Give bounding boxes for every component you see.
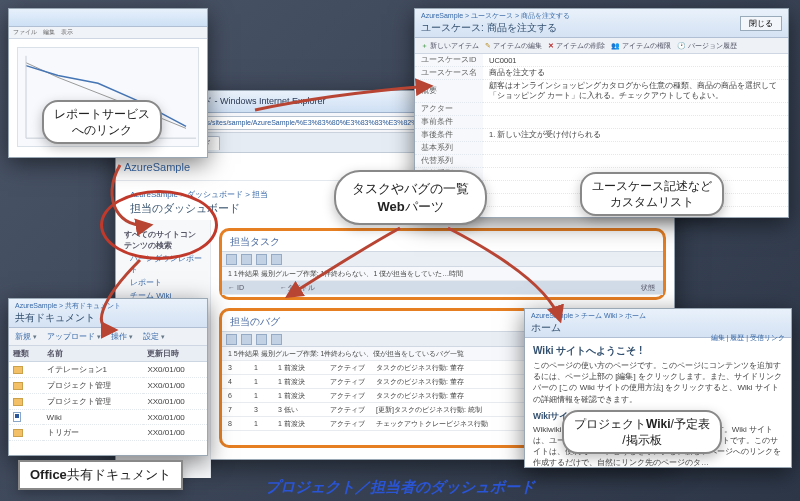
usecase-header: AzureSample > ユースケース > 商品を注文する ユースケース: 商… xyxy=(415,9,788,38)
wiki-callout: プロジェクトWiki/予定表 /掲示板 xyxy=(562,410,722,454)
usecase-breadcrumb[interactable]: AzureSample > ユースケース > 商品を注文する xyxy=(421,11,570,21)
tasks-webpart: 担当タスク 1 1件結果 撮別グループ作業: 1件終わらない、1 僕が担当をして… xyxy=(219,228,666,300)
new-menu[interactable]: 新規 xyxy=(15,331,37,342)
usecase-field-row: ユースケース名商品を注文する xyxy=(415,67,788,80)
usecase-title: ユースケース: 商品を注文する xyxy=(421,22,557,33)
doclib-row[interactable]: イテレーション1XX0/01/00 xyxy=(9,362,207,378)
nav-burndown[interactable]: バーンダウンレポート xyxy=(116,252,210,276)
usecase-callout: ユースケース記述などカスタムリスト xyxy=(580,172,724,216)
folder-icon xyxy=(13,398,23,406)
menu-view[interactable]: 表示 xyxy=(61,28,73,37)
tasks-header-row: ← ID ←タイトル 状態 xyxy=(222,281,663,295)
doclib-title: 共有ドキュメント xyxy=(15,312,95,323)
bug-filter-icon[interactable] xyxy=(256,334,267,345)
folder-icon xyxy=(13,429,23,437)
wiki-pagetitle: ホーム xyxy=(531,322,561,333)
usecase-field-row: 事後条件1. 新しい注文が受け付けられる xyxy=(415,129,788,142)
menu-edit[interactable]: 編集 xyxy=(43,28,55,37)
doclib-row[interactable]: WikiXX0/01/00 xyxy=(9,410,207,425)
tasks-title: 担当タスク xyxy=(222,231,663,251)
toolbar-filter-icon[interactable] xyxy=(256,254,267,265)
toolbar-refresh-icon[interactable] xyxy=(226,254,237,265)
menu-file[interactable]: ファイル xyxy=(13,28,37,37)
usecase-field-row: 事前条件 xyxy=(415,116,788,129)
doclib-row[interactable]: プロジェクト管理XX0/01/00 xyxy=(9,378,207,394)
doclib-toolbar: 新規 アップロード 操作 設定 xyxy=(9,328,207,346)
settings-menu[interactable]: 設定 xyxy=(143,331,165,342)
usecase-field-row: ユースケースIDUC0001 xyxy=(415,54,788,67)
edit-item-button[interactable]: ✎アイテムの編集 xyxy=(485,41,542,51)
folder-icon xyxy=(13,382,23,390)
col-name[interactable]: 名前 xyxy=(43,346,144,362)
perm-item-button[interactable]: 👥アイテムの権限 xyxy=(611,41,671,51)
wiki-breadcrumb[interactable]: AzureSample > チーム Wiki > ホーム xyxy=(531,311,646,321)
wiki-welcome-head: Wiki サイトへようこそ ! xyxy=(533,344,783,358)
wiki-welcome-body: このページの使い方のページです。このページにコンテンツを追加するには、ページ上部… xyxy=(533,360,783,405)
webparts-callout: タスクやバグの一覧 Webパーツ xyxy=(334,170,487,225)
toolbar-columns-icon[interactable] xyxy=(241,254,252,265)
toolbar-pager-icon[interactable] xyxy=(271,254,282,265)
upload-menu[interactable]: アップロード xyxy=(47,331,101,342)
col-modified[interactable]: 更新日時 xyxy=(143,346,207,362)
usecase-field-row: 概要顧客はオンラインショッピングカタログから住意の種類、商品の商品を選択して「シ… xyxy=(415,80,788,103)
tasks-toolbar xyxy=(222,251,663,267)
site-name[interactable]: AzureSample xyxy=(124,161,190,173)
version-item-button[interactable]: 🕑バージョン履歴 xyxy=(677,41,737,51)
new-item-button[interactable]: ＋新しいアイテム xyxy=(421,41,479,51)
word-file-icon xyxy=(13,412,21,422)
delete-item-button[interactable]: ✕アイテムの削除 xyxy=(548,41,605,51)
doclib-header: AzureSample > 共有ドキュメント 共有ドキュメント xyxy=(9,299,207,328)
usecase-field-row: 代替系列 xyxy=(415,155,788,168)
col-type[interactable]: 種類 xyxy=(9,346,43,362)
breadcrumb[interactable]: AzureSample > ダッシュボード > 担当 xyxy=(130,190,268,199)
footer-caption: プロジェクト／担当者のダッシュボード xyxy=(0,478,800,497)
wiki-right-links[interactable]: 編集 | 履歴 | 受信リンク xyxy=(711,333,785,343)
actions-menu[interactable]: 操作 xyxy=(111,331,133,342)
doclib-header-row: 種類 名前 更新日時 xyxy=(9,346,207,362)
doclib-row[interactable]: トリガーXX0/01/00 xyxy=(9,425,207,441)
close-button[interactable]: 閉じる xyxy=(740,16,782,31)
bug-pager-icon[interactable] xyxy=(271,334,282,345)
bug-refresh-icon[interactable] xyxy=(226,334,237,345)
report-callout: レポートサービスへのリンク xyxy=(42,100,162,144)
doclib-table: 種類 名前 更新日時 イテレーション1XX0/01/00プロジェクト管理XX0/… xyxy=(9,346,207,441)
usecase-field-row: 基本系列 xyxy=(415,142,788,155)
report-window-titlebar xyxy=(9,9,207,27)
report-menubar: ファイル 編集 表示 xyxy=(9,27,207,39)
nav-search-label: すべてのサイトコンテンツの検索 xyxy=(116,226,210,252)
nav-report[interactable]: レポート xyxy=(116,276,210,289)
folder-icon xyxy=(13,366,23,374)
usecase-toolbar: ＋新しいアイテム ✎アイテムの編集 ✕アイテムの削除 👥アイテムの権限 🕑バージ… xyxy=(415,38,788,54)
tasks-summary: 1 1件結果 撮別グループ作業: 1件終わらない、1 僕が担当をしていた…時間 xyxy=(222,267,663,281)
doclib-panel: AzureSample > 共有ドキュメント 共有ドキュメント 新規 アップロー… xyxy=(8,298,208,456)
doclib-row[interactable]: プロジェクト管理XX0/01/00 xyxy=(9,394,207,410)
doclib-breadcrumb[interactable]: AzureSample > 共有ドキュメント xyxy=(15,301,121,311)
usecase-field-row: アクター xyxy=(415,103,788,116)
bug-columns-icon[interactable] xyxy=(241,334,252,345)
